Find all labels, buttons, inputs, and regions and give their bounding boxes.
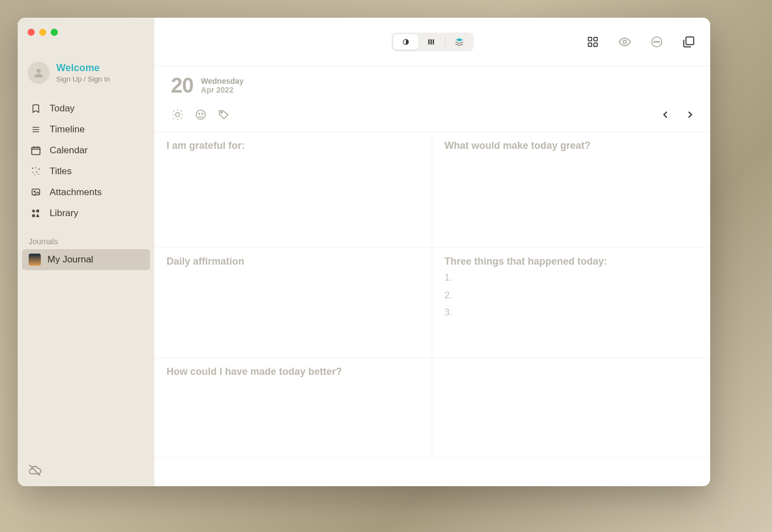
- sparkle-icon: [30, 165, 42, 178]
- widgets-button[interactable]: [585, 34, 601, 50]
- svg-rect-19: [32, 214, 35, 217]
- entry-nav: [658, 108, 697, 122]
- svg-rect-27: [594, 42, 597, 46]
- view-switch-separator: [445, 37, 446, 47]
- sidebar: Welcome Sign Up / Sign In Today Timeline: [18, 18, 154, 486]
- view-mode-columns[interactable]: [419, 34, 444, 50]
- journal-item-label: My Journal: [47, 254, 93, 265]
- mood-icon[interactable]: [194, 108, 207, 121]
- svg-rect-18: [36, 209, 39, 212]
- fullscreen-window-button[interactable]: [51, 29, 58, 36]
- svg-point-11: [33, 172, 34, 173]
- svg-rect-24: [588, 37, 592, 40]
- close-window-button[interactable]: [28, 29, 35, 36]
- entry-meta-row: [154, 102, 710, 132]
- visibility-button[interactable]: [616, 34, 633, 50]
- sidebar-item-timeline[interactable]: Timeline: [22, 119, 150, 140]
- prompt-label: What would make today great?: [444, 140, 698, 152]
- prompt-better[interactable]: How could I have made today better?: [154, 358, 432, 458]
- list-item: 2.: [444, 288, 698, 303]
- svg-point-46: [221, 112, 223, 114]
- prompt-label: Three things that happened today:: [444, 256, 698, 267]
- sidebar-item-today[interactable]: Today: [22, 98, 150, 119]
- tag-icon[interactable]: [217, 108, 230, 121]
- weekday-label: Wednesday: [201, 77, 244, 85]
- profile-block[interactable]: Welcome Sign Up / Sign In: [18, 56, 154, 95]
- sidebar-item-calendar[interactable]: Calendar: [22, 140, 150, 161]
- svg-line-40: [181, 118, 181, 119]
- view-mode-stack[interactable]: [447, 34, 472, 50]
- next-entry-button[interactable]: [683, 108, 697, 122]
- svg-line-39: [174, 111, 174, 111]
- svg-rect-21: [428, 39, 429, 44]
- svg-point-0: [36, 69, 40, 73]
- journal-grid: I am grateful for: What would make today…: [154, 132, 710, 458]
- view-mode-switch: [392, 33, 474, 51]
- sidebar-item-label: Library: [50, 208, 78, 219]
- svg-point-44: [199, 113, 200, 114]
- date-meta: Wednesday Apr 2022: [201, 77, 244, 94]
- prev-entry-button[interactable]: [658, 108, 673, 122]
- cloud-off-icon[interactable]: [28, 463, 42, 477]
- sidebar-item-label: Titles: [50, 166, 72, 177]
- topbar-actions: [585, 34, 697, 50]
- main-pane: 20 Wednesday Apr 2022: [154, 18, 710, 486]
- svg-rect-33: [686, 37, 694, 45]
- day-number: 20: [171, 74, 193, 98]
- prompt-label: Daily affirmation: [167, 256, 420, 267]
- svg-point-13: [35, 174, 36, 175]
- avatar-icon: [28, 62, 50, 84]
- list-item: 1.: [444, 271, 698, 285]
- more-button[interactable]: [648, 34, 665, 50]
- weather-icon[interactable]: [171, 108, 184, 121]
- svg-point-31: [656, 41, 657, 42]
- svg-point-30: [654, 41, 655, 42]
- new-window-button[interactable]: [680, 34, 697, 50]
- prompt-label: I am grateful for:: [167, 140, 420, 152]
- svg-point-14: [38, 174, 39, 175]
- svg-rect-25: [594, 37, 597, 40]
- timeline-icon: [30, 123, 42, 136]
- svg-line-42: [174, 118, 174, 119]
- svg-point-34: [175, 112, 179, 116]
- image-icon: [30, 186, 42, 198]
- sidebar-item-library[interactable]: Library: [22, 203, 150, 224]
- app-window: Welcome Sign Up / Sign In Today Timeline: [18, 18, 710, 486]
- primary-nav: Today Timeline Calendar Titles: [18, 95, 154, 227]
- topbar: [154, 18, 710, 66]
- list-item: 3.: [444, 305, 698, 320]
- prompt-great[interactable]: What would make today great?: [432, 132, 710, 248]
- svg-point-10: [39, 169, 40, 170]
- prompt-three-things[interactable]: Three things that happened today: 1. 2. …: [432, 248, 710, 358]
- svg-point-17: [32, 209, 35, 212]
- svg-point-32: [658, 41, 660, 42]
- svg-point-16: [34, 191, 35, 192]
- journal-item-my-journal[interactable]: My Journal: [22, 249, 150, 270]
- sidebar-item-label: Attachments: [50, 187, 102, 198]
- bookmark-icon: [30, 103, 42, 115]
- prompt-grateful[interactable]: I am grateful for:: [154, 132, 432, 248]
- monthyear-label: Apr 2022: [201, 86, 244, 94]
- svg-line-41: [181, 111, 181, 111]
- sidebar-item-attachments[interactable]: Attachments: [22, 182, 150, 203]
- sidebar-item-titles[interactable]: Titles: [22, 161, 150, 182]
- sign-in-link[interactable]: Sign Up / Sign In: [56, 75, 110, 83]
- minimize-window-button[interactable]: [39, 29, 46, 36]
- prompt-label: How could I have made today better?: [167, 366, 420, 378]
- prompt-affirmation[interactable]: Daily affirmation: [154, 248, 432, 358]
- svg-point-9: [35, 168, 36, 169]
- prompt-empty[interactable]: [432, 358, 710, 458]
- svg-point-28: [623, 40, 626, 44]
- svg-rect-22: [430, 39, 431, 44]
- svg-rect-26: [588, 42, 592, 46]
- svg-point-12: [36, 171, 37, 173]
- sidebar-item-label: Timeline: [50, 124, 85, 135]
- svg-point-43: [196, 110, 206, 120]
- library-icon: [30, 207, 42, 219]
- svg-point-8: [32, 168, 33, 169]
- journals-section-label: Journals: [18, 227, 154, 249]
- sidebar-item-label: Today: [50, 103, 74, 114]
- profile-name: Welcome: [56, 62, 110, 74]
- view-mode-single[interactable]: [393, 34, 419, 50]
- journal-thumbnail-icon: [29, 254, 41, 266]
